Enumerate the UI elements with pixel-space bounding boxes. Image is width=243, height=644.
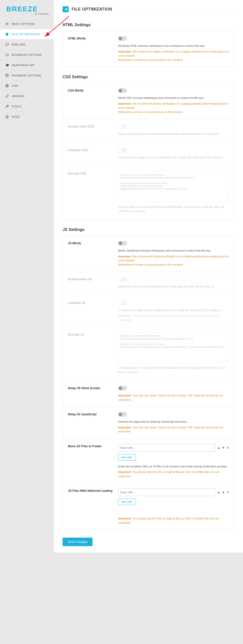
logo: BREEZE by Cloudways: [0, 5, 54, 19]
css-minify-desc: Minify CSS removes whitespace and commen…: [118, 96, 229, 100]
database-icon: [5, 73, 9, 77]
js-combine-desc: Combine JS merges all your minified file…: [118, 308, 229, 312]
css-minify-label: CSS Minify: [68, 88, 118, 114]
js-delay-all-desc: Improve the page load by delaying JavaSc…: [118, 420, 229, 424]
page-header: FILE OPTIMIZATION: [63, 6, 234, 15]
js-move-footer-input[interactable]: [118, 444, 215, 452]
js-delay-all-toggle[interactable]: [118, 412, 127, 417]
sort-up-icon[interactable]: ▲: [217, 446, 220, 450]
heart-icon: [5, 63, 9, 67]
js-delay-inline-label: Delay JS Inline Scripts: [68, 386, 118, 402]
nav-item-database-options[interactable]: DATABASE OPTIONS: [0, 70, 54, 81]
css-minify-warning2: Minification is known to cause issues on…: [118, 110, 229, 114]
sort-down-icon[interactable]: ▼: [222, 446, 225, 450]
css-combine-label: Combine CSS: [68, 148, 118, 161]
svg-point-0: [7, 23, 8, 24]
save-button[interactable]: Save Changes: [63, 538, 92, 546]
js-exclude-row: Exclude JS Use this option to exclude JS…: [63, 327, 234, 381]
nav-label: CDN: [12, 84, 18, 87]
html-minify-warning: Important: We recommend testing minifica…: [118, 50, 229, 58]
doc-icon: [5, 115, 9, 119]
js-inline-toggle[interactable]: [118, 277, 127, 281]
logo-text: BREEZE: [6, 5, 49, 13]
js-move-footer-row: Move JS Files to Footer ▲ ▼ ✕ Add URL En…: [63, 439, 234, 484]
nav-item-preload[interactable]: PRELOAD: [0, 39, 54, 50]
js-delay-all-label: Delay All JavaScript: [68, 412, 118, 434]
html-minify-toggle[interactable]: [118, 36, 127, 41]
css-combine-toggle[interactable]: [118, 148, 127, 152]
nav-item-basic-options[interactable]: BASIC OPTIONS: [0, 19, 54, 29]
js-section-title: JS Settings: [63, 227, 234, 232]
page-title: FILE OPTIMIZATION: [72, 7, 112, 12]
nav-item-advanced-options[interactable]: ADVANCED OPTIONS: [0, 50, 54, 60]
css-minify-warning: Important: We recommend testing minifica…: [118, 102, 229, 110]
nav-label: VARNISH: [12, 95, 25, 98]
js-move-footer-desc: Enter the complete URLs of JS files to b…: [118, 464, 229, 469]
css-minify-toggle[interactable]: [118, 88, 127, 93]
sort-down-icon[interactable]: ▼: [222, 491, 225, 494]
css-inline-desc: Minify Inline CSS removes whitespace and…: [118, 132, 229, 136]
sort-up-icon[interactable]: ▲: [217, 491, 220, 494]
html-minify-row: HTML Minify Minifying HTML removes white…: [63, 31, 234, 67]
css-section-title: CSS Settings: [63, 75, 234, 79]
nav-label: FAQS: [12, 115, 19, 118]
refresh-icon: [5, 43, 9, 47]
js-minify-warning2: Minification is known to cause issues on…: [118, 263, 229, 267]
nav-label: PRELOAD: [12, 43, 26, 46]
html-minify-label: HTML Minify: [68, 36, 118, 62]
globe-icon: [5, 84, 9, 88]
js-move-footer-label: Move JS Files to Footer: [68, 444, 118, 478]
js-exclude-textarea[interactable]: [118, 332, 229, 363]
js-combine-label: Combine JS: [68, 301, 118, 322]
css-combine-row: Combine CSS Combine CSS merges all your …: [63, 143, 234, 167]
nav-label: ADVANCED OPTIONS: [12, 53, 42, 56]
js-deferred-row: JS Files With Deferred Loading ▲ ▼ ✕ Add…: [63, 484, 234, 530]
html-settings-group: HTML Minify Minifying HTML removes white…: [63, 31, 234, 67]
js-inline-label: Include Inline JS: [68, 277, 118, 290]
css-inline-toggle[interactable]: [118, 124, 127, 129]
css-inline-row: Include Inline CSS Minify Inline CSS rem…: [63, 119, 234, 143]
css-exclude-label: Exclude CSS: [68, 171, 118, 215]
js-minify-row: JS Minify Minify JavaScript removes whit…: [63, 236, 234, 272]
add-url-button[interactable]: Add URL: [118, 499, 136, 505]
nav-item-tools[interactable]: TOOLS: [0, 101, 54, 112]
nav-label: DATABASE OPTIONS: [12, 74, 41, 77]
main-content: FILE OPTIMIZATION HTML Settings HTML Min…: [54, 0, 243, 552]
svg-point-10: [6, 74, 9, 75]
js-minify-desc: Minify JavaScript removes whitespace and…: [118, 249, 229, 253]
js-minify-toggle[interactable]: [118, 241, 127, 246]
file-icon: [5, 32, 9, 36]
js-deferred-warning: Important: You should add the URL of ori…: [118, 516, 229, 525]
nav-item-cdn[interactable]: CDN: [0, 81, 54, 91]
remove-icon[interactable]: ✕: [226, 446, 229, 450]
remove-icon[interactable]: ✕: [226, 491, 229, 494]
css-exclude-desc: Use this option to exclude CSS files fro…: [118, 205, 229, 213]
nav-item-faqs[interactable]: FAQS: [0, 112, 54, 122]
js-delay-all-warning: Important: Use only one option "Delay JS…: [118, 425, 229, 434]
js-delay-inline-toggle[interactable]: [118, 386, 127, 390]
js-exclude-desc: Use this option to exclude JS files from…: [118, 366, 229, 374]
js-combine-row: Combine JS Combine JS merges all your mi…: [63, 296, 234, 328]
nav-label: TOOLS: [12, 105, 22, 108]
tune-icon: [5, 53, 9, 57]
js-deferred-input[interactable]: [118, 489, 215, 496]
html-minify-warning2: Minification is known to cause issues on…: [118, 58, 229, 62]
nav-label: BASIC OPTIONS: [12, 22, 35, 25]
nav-item-heartbeat-api[interactable]: HEARTBEAT API: [0, 60, 54, 70]
add-url-button[interactable]: Add URL: [118, 454, 136, 461]
css-inline-label: Include Inline CSS: [68, 124, 118, 138]
link-icon: [5, 94, 9, 98]
js-deferred-label: JS Files With Deferred Loading: [68, 489, 118, 525]
js-minify-warning: Important: We recommend testing minifica…: [118, 254, 229, 263]
css-exclude-textarea[interactable]: [118, 171, 229, 202]
js-combine-toggle[interactable]: [118, 301, 127, 305]
css-minify-row: CSS Minify Minify CSS removes whitespace…: [63, 83, 234, 119]
js-exclude-label: Exclude JS: [68, 332, 118, 376]
js-move-footer-warning: Important: You should add the URL of ori…: [118, 470, 229, 478]
nav-item-varnish[interactable]: VARNISH: [0, 91, 54, 101]
nav-item-file-optimization[interactable]: FILE OPTIMIZATION: [0, 29, 54, 39]
js-delay-all-row: Delay All JavaScript Improve the page lo…: [63, 407, 234, 439]
js-combine-warning: Important: This option can't be combined…: [118, 314, 229, 322]
css-settings-group: CSS Minify Minify CSS removes whitespace…: [63, 83, 234, 220]
css-combine-desc: Combine CSS merges all your minified fil…: [118, 155, 229, 160]
